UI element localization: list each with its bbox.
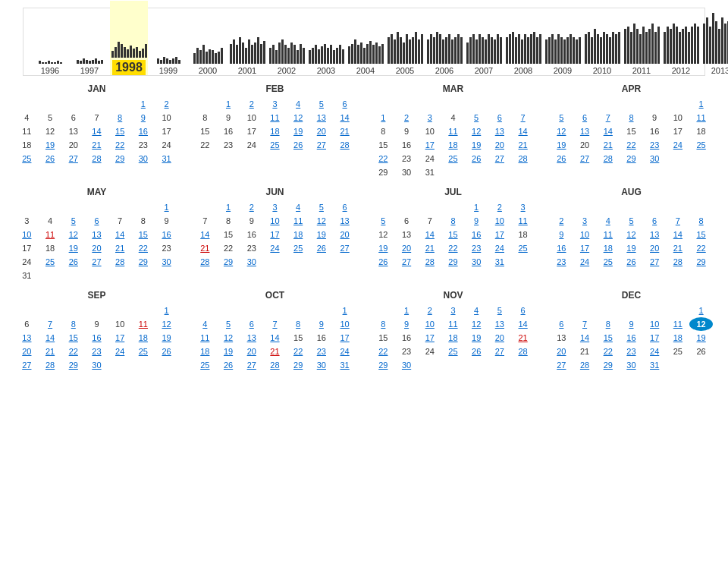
calendar-day[interactable]: 20 [643,241,667,255]
calendar-day[interactable]: 30 [395,358,419,372]
calendar-day[interactable]: 28 [418,255,441,269]
calendar-day[interactable]: 28 [263,358,287,372]
calendar-day[interactable]: 14 [511,317,535,331]
calendar-day[interactable]: 5 [465,111,488,124]
calendar-day[interactable]: 20 [488,331,512,345]
calendar-day[interactable]: 10 [488,214,512,228]
calendar-day[interactable]: 27 [643,255,667,269]
calendar-day[interactable]: 6 [511,304,535,317]
calendar-day[interactable]: 30 [85,358,108,372]
calendar-day[interactable]: 5 [550,111,573,124]
calendar-day[interactable]: 30 [643,152,667,165]
calendar-day[interactable]: 15 [689,228,713,241]
calendar-day[interactable]: 11 [441,317,465,331]
calendar-day[interactable]: 28 [193,255,217,269]
calendar-day[interactable]: 8 [287,317,310,331]
calendar-day[interactable]: 20 [15,345,39,358]
calendar-day[interactable]: 30 [310,358,334,372]
calendar-day[interactable]: 22 [372,152,395,165]
calendar-day[interactable]: 3 [441,304,465,317]
calendar-day[interactable]: 24 [108,345,132,358]
calendar-day[interactable]: 24 [643,345,667,358]
calendar-day[interactable]: 8 [620,111,643,124]
calendar-day[interactable]: 7 [667,214,690,228]
calendar-day[interactable]: 29 [620,152,643,165]
calendar-day[interactable]: 8 [596,317,620,331]
calendar-day[interactable]: 22 [108,138,132,152]
calendar-day[interactable]: 2 [155,97,178,111]
year-bar-group-2009[interactable]: 2009 [544,7,582,75]
calendar-day[interactable]: 4 [193,317,217,331]
calendar-day[interactable]: 19 [310,228,334,241]
calendar-day[interactable]: 19 [372,241,395,255]
calendar-day[interactable]: 21 [511,138,535,152]
year-bar-group-2007[interactable]: 2007 [465,7,503,75]
calendar-day[interactable]: 18 [596,241,620,255]
calendar-day[interactable]: 29 [61,358,85,372]
calendar-day[interactable]: 5 [488,304,512,317]
calendar-day[interactable]: 26 [465,345,488,358]
calendar-day[interactable]: 11 [287,214,310,228]
calendar-day[interactable]: 14 [263,331,287,345]
calendar-day[interactable]: 6 [240,317,263,331]
calendar-day[interactable]: 21 [418,241,441,255]
calendar-day[interactable]: 20 [85,241,108,255]
calendar-day[interactable]: 17 [263,228,287,241]
calendar-day[interactable]: 27 [573,152,597,165]
calendar-day[interactable]: 13 [488,124,512,138]
calendar-day[interactable]: 18 [132,331,155,345]
calendar-day[interactable]: 24 [333,345,356,358]
calendar-day[interactable]: 25 [263,138,287,152]
calendar-day[interactable]: 16 [132,124,155,138]
calendar-day[interactable]: 17 [108,331,132,345]
calendar-day[interactable]: 26 [287,138,310,152]
calendar-day[interactable]: 18 [441,331,465,345]
calendar-day[interactable]: 13 [573,124,597,138]
calendar-day[interactable]: 24 [263,241,287,255]
calendar-day[interactable]: 21 [333,124,356,138]
calendar-day[interactable]: 25 [193,358,217,372]
calendar-day[interactable]: 11 [132,317,155,331]
calendar-day[interactable]: 9 [550,228,573,241]
calendar-day[interactable]: 17 [333,331,356,345]
calendar-day[interactable]: 14 [667,228,690,241]
calendar-day[interactable]: 22 [61,345,85,358]
year-bar-group-2006[interactable]: 2006 [425,7,463,75]
calendar-day[interactable]: 10 [263,214,287,228]
calendar-day[interactable]: 28 [108,255,132,269]
calendar-day[interactable]: 25 [511,241,535,255]
calendar-day[interactable]: 11 [263,111,287,124]
calendar-day[interactable]: 9 [395,317,419,331]
calendar-day[interactable]: 21 [263,345,287,358]
calendar-day[interactable]: 1 [217,200,240,214]
calendar-day[interactable]: 17 [418,331,441,345]
year-bar-group-2002[interactable]: 2002 [268,7,306,75]
calendar-day[interactable]: 4 [287,97,310,111]
calendar-day[interactable]: 11 [511,214,535,228]
calendar-day[interactable]: 1 [395,304,419,317]
calendar-day[interactable]: 30 [465,255,488,269]
calendar-day[interactable]: 18 [287,228,310,241]
calendar-day[interactable]: 19 [61,241,85,255]
calendar-day[interactable]: 13 [15,331,39,345]
calendar-day[interactable]: 24 [488,241,512,255]
calendar-day[interactable]: 23 [465,241,488,255]
calendar-day[interactable]: 15 [108,124,132,138]
calendar-day[interactable]: 26 [372,255,395,269]
calendar-day[interactable]: 29 [596,358,620,372]
calendar-day[interactable]: 12 [689,317,713,331]
calendar-day[interactable]: 30 [620,358,643,372]
calendar-day[interactable]: 3 [573,214,597,228]
year-bar-group-1999[interactable]: 1999 [149,7,187,75]
calendar-day[interactable]: 25 [15,152,39,165]
calendar-day[interactable]: 25 [689,138,713,152]
calendar-day[interactable]: 28 [333,138,356,152]
calendar-day[interactable]: 3 [263,97,287,111]
calendar-day[interactable]: 25 [441,345,465,358]
calendar-day[interactable]: 11 [596,228,620,241]
calendar-day[interactable]: 27 [310,138,334,152]
calendar-day[interactable]: 21 [193,241,217,255]
calendar-day[interactable]: 5 [61,214,85,228]
calendar-day[interactable]: 27 [15,358,39,372]
calendar-day[interactable]: 1 [372,111,395,124]
